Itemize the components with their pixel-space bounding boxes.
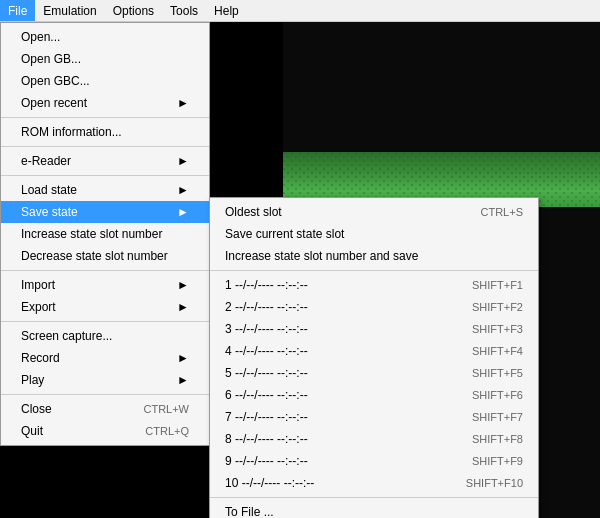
submenu-sep-1 xyxy=(210,270,538,271)
menubar-file-label: File xyxy=(8,4,27,18)
submenu-oldest-slot[interactable]: Oldest slot CTRL+S xyxy=(210,201,538,223)
menubar: File Emulation Options Tools Help xyxy=(0,0,600,22)
separator-5 xyxy=(1,321,209,322)
menu-item-record[interactable]: Record ► xyxy=(1,347,209,369)
menu-item-decrease-slot[interactable]: Decrease state slot number xyxy=(1,245,209,267)
menu-item-play[interactable]: Play ► xyxy=(1,369,209,391)
submenu-to-file[interactable]: To File ... xyxy=(210,501,538,518)
submenu-slot-3[interactable]: 3 --/--/---- --:--:-- SHIFT+F3 xyxy=(210,318,538,340)
menu-item-open[interactable]: Open... xyxy=(1,26,209,48)
submenu-slot-1[interactable]: 1 --/--/---- --:--:-- SHIFT+F1 xyxy=(210,274,538,296)
arrow-icon-4: ► xyxy=(177,205,189,219)
arrow-icon-3: ► xyxy=(177,183,189,197)
game-top xyxy=(283,22,600,152)
menu-item-screen-capture[interactable]: Screen capture... xyxy=(1,325,209,347)
menu-item-save-state[interactable]: Save state ► xyxy=(1,201,209,223)
submenu-slot-9[interactable]: 9 --/--/---- --:--:-- SHIFT+F9 xyxy=(210,450,538,472)
submenu-slot-7[interactable]: 7 --/--/---- --:--:-- SHIFT+F7 xyxy=(210,406,538,428)
submenu-slot-4[interactable]: 4 --/--/---- --:--:-- SHIFT+F4 xyxy=(210,340,538,362)
submenu-sep-2 xyxy=(210,497,538,498)
arrow-icon-5: ► xyxy=(177,278,189,292)
menu-item-ereader[interactable]: e-Reader ► xyxy=(1,150,209,172)
arrow-icon-2: ► xyxy=(177,154,189,168)
separator-6 xyxy=(1,394,209,395)
menubar-tools[interactable]: Tools xyxy=(162,0,206,21)
menubar-options-label: Options xyxy=(113,4,154,18)
menu-item-import[interactable]: Import ► xyxy=(1,274,209,296)
submenu-slot-10[interactable]: 10 --/--/---- --:--:-- SHIFT+F10 xyxy=(210,472,538,494)
save-state-submenu: Oldest slot CTRL+S Save current state sl… xyxy=(209,197,539,518)
menu-item-open-gb[interactable]: Open GB... xyxy=(1,48,209,70)
separator-2 xyxy=(1,146,209,147)
file-dropdown: Open... Open GB... Open GBC... Open rece… xyxy=(0,22,210,446)
menu-item-open-gbc[interactable]: Open GBC... xyxy=(1,70,209,92)
separator-1 xyxy=(1,117,209,118)
submenu-slot-2[interactable]: 2 --/--/---- --:--:-- SHIFT+F2 xyxy=(210,296,538,318)
separator-3 xyxy=(1,175,209,176)
submenu-slot-6[interactable]: 6 --/--/---- --:--:-- SHIFT+F6 xyxy=(210,384,538,406)
separator-4 xyxy=(1,270,209,271)
menubar-tools-label: Tools xyxy=(170,4,198,18)
arrow-icon-7: ► xyxy=(177,351,189,365)
menubar-help[interactable]: Help xyxy=(206,0,247,21)
arrow-icon-8: ► xyxy=(177,373,189,387)
menu-item-load-state[interactable]: Load state ► xyxy=(1,179,209,201)
main-content: Open... Open GB... Open GBC... Open rece… xyxy=(0,22,600,518)
arrow-icon-6: ► xyxy=(177,300,189,314)
menubar-file[interactable]: File xyxy=(0,0,35,21)
menu-item-close[interactable]: Close CTRL+W xyxy=(1,398,209,420)
submenu-save-current[interactable]: Save current state slot xyxy=(210,223,538,245)
arrow-icon: ► xyxy=(177,96,189,110)
submenu-slot-8[interactable]: 8 --/--/---- --:--:-- SHIFT+F8 xyxy=(210,428,538,450)
menu-item-open-recent[interactable]: Open recent ► xyxy=(1,92,209,114)
menubar-emulation-label: Emulation xyxy=(43,4,96,18)
menu-item-rom-info[interactable]: ROM information... xyxy=(1,121,209,143)
menubar-emulation[interactable]: Emulation xyxy=(35,0,104,21)
menubar-help-label: Help xyxy=(214,4,239,18)
menu-item-quit[interactable]: Quit CTRL+Q xyxy=(1,420,209,442)
menubar-options[interactable]: Options xyxy=(105,0,162,21)
menu-item-increase-slot[interactable]: Increase state slot number xyxy=(1,223,209,245)
submenu-increase-and-save[interactable]: Increase state slot number and save xyxy=(210,245,538,267)
submenu-slot-5[interactable]: 5 --/--/---- --:--:-- SHIFT+F5 xyxy=(210,362,538,384)
menu-item-export[interactable]: Export ► xyxy=(1,296,209,318)
